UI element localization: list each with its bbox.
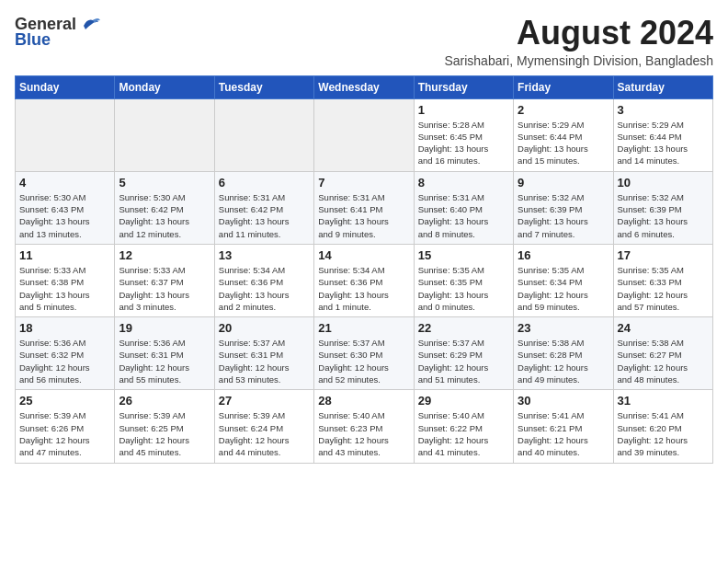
calendar-cell: 1Sunrise: 5:28 AMSunset: 6:45 PMDaylight… [414,98,513,171]
day-info: Sunrise: 5:34 AMSunset: 6:36 PMDaylight:… [219,264,310,313]
calendar-cell: 9Sunrise: 5:32 AMSunset: 6:39 PMDaylight… [514,171,613,244]
month-title: August 2024 [444,15,713,52]
day-info: Sunrise: 5:41 AMSunset: 6:20 PMDaylight:… [618,409,709,458]
day-info: Sunrise: 5:40 AMSunset: 6:22 PMDaylight:… [418,409,509,458]
day-number: 16 [518,248,609,262]
day-number: 25 [19,394,110,408]
calendar-cell: 19Sunrise: 5:36 AMSunset: 6:31 PMDayligh… [115,317,214,390]
day-info: Sunrise: 5:35 AMSunset: 6:35 PMDaylight:… [418,264,509,313]
calendar-cell: 11Sunrise: 5:33 AMSunset: 6:38 PMDayligh… [16,244,115,316]
day-number: 4 [19,176,110,190]
day-number: 13 [219,248,310,262]
day-info: Sunrise: 5:37 AMSunset: 6:30 PMDaylight:… [318,337,409,385]
day-info: Sunrise: 5:37 AMSunset: 6:29 PMDaylight:… [418,337,509,385]
calendar-week-row: 4Sunrise: 5:30 AMSunset: 6:43 PMDaylight… [16,171,713,244]
day-info: Sunrise: 5:38 AMSunset: 6:27 PMDaylight:… [618,337,709,385]
calendar-cell: 27Sunrise: 5:39 AMSunset: 6:24 PMDayligh… [214,390,313,463]
day-info: Sunrise: 5:32 AMSunset: 6:39 PMDaylight:… [518,191,609,240]
day-number: 18 [19,321,110,335]
calendar-cell: 29Sunrise: 5:40 AMSunset: 6:22 PMDayligh… [414,390,513,463]
calendar-cell: 24Sunrise: 5:38 AMSunset: 6:27 PMDayligh… [613,317,712,390]
weekday-header-row: SundayMondayTuesdayWednesdayThursdayFrid… [16,75,713,98]
day-number: 27 [219,394,310,408]
day-number: 15 [418,248,509,262]
calendar-cell: 14Sunrise: 5:34 AMSunset: 6:36 PMDayligh… [314,244,414,316]
day-info: Sunrise: 5:38 AMSunset: 6:28 PMDaylight:… [518,337,609,385]
day-info: Sunrise: 5:39 AMSunset: 6:26 PMDaylight:… [19,409,110,458]
calendar-cell: 12Sunrise: 5:33 AMSunset: 6:37 PMDayligh… [115,244,214,316]
day-number: 29 [418,394,509,408]
day-info: Sunrise: 5:40 AMSunset: 6:23 PMDaylight:… [318,409,409,458]
day-number: 17 [618,248,709,262]
day-number: 7 [318,176,409,190]
day-info: Sunrise: 5:39 AMSunset: 6:25 PMDaylight:… [119,409,210,458]
calendar-cell: 8Sunrise: 5:31 AMSunset: 6:40 PMDaylight… [414,171,513,244]
day-number: 10 [618,176,709,190]
day-info: Sunrise: 5:32 AMSunset: 6:39 PMDaylight:… [618,191,709,240]
weekday-header-wednesday: Wednesday [314,75,414,98]
day-info: Sunrise: 5:33 AMSunset: 6:37 PMDaylight:… [119,264,210,313]
day-number: 8 [418,176,509,190]
day-info: Sunrise: 5:30 AMSunset: 6:42 PMDaylight:… [119,191,210,240]
calendar-cell [16,98,115,171]
calendar-cell [115,98,214,171]
day-info: Sunrise: 5:31 AMSunset: 6:40 PMDaylight:… [418,191,509,240]
weekday-header-sunday: Sunday [16,75,115,98]
weekday-header-thursday: Thursday [414,75,513,98]
day-number: 2 [518,103,609,117]
day-number: 14 [318,248,409,262]
calendar-week-row: 1Sunrise: 5:28 AMSunset: 6:45 PMDaylight… [16,98,713,171]
day-info: Sunrise: 5:35 AMSunset: 6:33 PMDaylight:… [618,264,709,313]
day-number: 24 [618,321,709,335]
calendar-cell: 23Sunrise: 5:38 AMSunset: 6:28 PMDayligh… [514,317,613,390]
day-info: Sunrise: 5:31 AMSunset: 6:42 PMDaylight:… [219,191,310,240]
logo-bird-icon [80,17,100,33]
day-info: Sunrise: 5:37 AMSunset: 6:31 PMDaylight:… [219,337,310,385]
calendar-cell: 16Sunrise: 5:35 AMSunset: 6:34 PMDayligh… [514,244,613,316]
day-number: 5 [119,176,210,190]
day-number: 23 [518,321,609,335]
day-number: 22 [418,321,509,335]
day-number: 31 [618,394,709,408]
header: General Blue August 2024 Sarishabari, My… [15,15,713,68]
title-area: August 2024 Sarishabari, Mymensingh Divi… [444,15,713,68]
calendar-cell: 5Sunrise: 5:30 AMSunset: 6:42 PMDaylight… [115,171,214,244]
logo-blue-text: Blue [15,30,51,50]
calendar-week-row: 11Sunrise: 5:33 AMSunset: 6:38 PMDayligh… [16,244,713,316]
calendar-cell: 21Sunrise: 5:37 AMSunset: 6:30 PMDayligh… [314,317,414,390]
calendar-cell: 31Sunrise: 5:41 AMSunset: 6:20 PMDayligh… [613,390,712,463]
calendar-cell: 7Sunrise: 5:31 AMSunset: 6:41 PMDaylight… [314,171,414,244]
calendar-cell: 17Sunrise: 5:35 AMSunset: 6:33 PMDayligh… [613,244,712,316]
day-number: 28 [318,394,409,408]
calendar-cell: 26Sunrise: 5:39 AMSunset: 6:25 PMDayligh… [115,390,214,463]
calendar-cell: 30Sunrise: 5:41 AMSunset: 6:21 PMDayligh… [514,390,613,463]
day-info: Sunrise: 5:39 AMSunset: 6:24 PMDaylight:… [219,409,310,458]
day-info: Sunrise: 5:30 AMSunset: 6:43 PMDaylight:… [19,191,110,240]
calendar-cell: 15Sunrise: 5:35 AMSunset: 6:35 PMDayligh… [414,244,513,316]
day-number: 21 [318,321,409,335]
calendar-cell: 20Sunrise: 5:37 AMSunset: 6:31 PMDayligh… [214,317,313,390]
day-info: Sunrise: 5:34 AMSunset: 6:36 PMDaylight:… [318,264,409,313]
calendar-cell: 4Sunrise: 5:30 AMSunset: 6:43 PMDaylight… [16,171,115,244]
calendar-cell: 18Sunrise: 5:36 AMSunset: 6:32 PMDayligh… [16,317,115,390]
calendar-cell [214,98,313,171]
day-info: Sunrise: 5:29 AMSunset: 6:44 PMDaylight:… [518,119,609,167]
day-number: 26 [119,394,210,408]
calendar-cell: 13Sunrise: 5:34 AMSunset: 6:36 PMDayligh… [214,244,313,316]
calendar-cell: 22Sunrise: 5:37 AMSunset: 6:29 PMDayligh… [414,317,513,390]
day-number: 19 [119,321,210,335]
weekday-header-tuesday: Tuesday [214,75,313,98]
weekday-header-friday: Friday [514,75,613,98]
day-info: Sunrise: 5:31 AMSunset: 6:41 PMDaylight:… [318,191,409,240]
day-info: Sunrise: 5:36 AMSunset: 6:32 PMDaylight:… [19,337,110,385]
logo: General Blue [15,15,100,50]
day-number: 20 [219,321,310,335]
day-number: 3 [618,103,709,117]
day-number: 9 [518,176,609,190]
day-info: Sunrise: 5:28 AMSunset: 6:45 PMDaylight:… [418,119,509,167]
day-info: Sunrise: 5:36 AMSunset: 6:31 PMDaylight:… [119,337,210,385]
day-number: 6 [219,176,310,190]
calendar-week-row: 18Sunrise: 5:36 AMSunset: 6:32 PMDayligh… [16,317,713,390]
day-number: 30 [518,394,609,408]
calendar-cell [314,98,414,171]
